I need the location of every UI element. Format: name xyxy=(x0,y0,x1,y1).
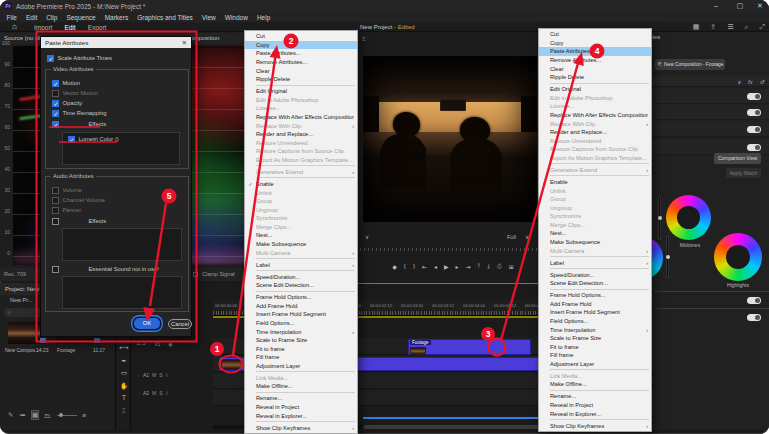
go-to-in-icon[interactable]: ⇤ xyxy=(422,263,427,270)
menu-item-generative-extend[interactable]: Generative Extend› xyxy=(539,166,651,175)
menu-item-make-subsequence[interactable]: Make Subsequence xyxy=(539,238,651,247)
panel-menu-icon[interactable]: ≡ xyxy=(362,36,366,42)
highlights-slider[interactable] xyxy=(666,236,669,278)
menu-item-field-options[interactable]: Field Options... xyxy=(539,317,651,326)
menu-item-insert-frame-hold-segment[interactable]: Insert Frame Hold Segment xyxy=(539,308,651,317)
track-header-a1[interactable]: ◌ A1 M S ⌇ xyxy=(134,372,213,378)
opacity-checkbox[interactable] xyxy=(52,100,59,107)
menu-item-scale-to-frame-size[interactable]: Scale to Frame Size xyxy=(245,336,357,345)
vector-motion-checkbox[interactable] xyxy=(52,90,59,97)
menu-item-restore-captions-from-source-clip[interactable]: Restore Captions from Source Clip xyxy=(539,145,651,154)
timeline-clip-footage-v2[interactable]: Footage xyxy=(408,339,531,355)
menu-item-speed-duration[interactable]: Speed/Duration... xyxy=(539,270,651,279)
menu-item-merge-clips[interactable]: Merge Clips... xyxy=(539,221,651,230)
effect-toggle[interactable] xyxy=(747,109,761,116)
menu-item-remove-attributes[interactable]: Remove Attributes... xyxy=(539,56,651,65)
menu-item-unlink[interactable]: Unlink xyxy=(245,188,357,197)
effect-toggle[interactable] xyxy=(747,314,761,321)
motion-checkbox[interactable] xyxy=(52,80,59,87)
menu-item-nest[interactable]: Nest... xyxy=(539,229,651,238)
essential-sound-checkbox[interactable] xyxy=(52,266,59,273)
menu-item-paste-attributes[interactable]: Paste Attributes... xyxy=(245,49,357,58)
menu-item-nest[interactable]: Nest... xyxy=(245,231,357,240)
menu-item-reveal-in-project[interactable]: Reveal in Project xyxy=(539,401,651,410)
menu-item-field-options[interactable]: Field Options... xyxy=(245,319,357,328)
panner-checkbox[interactable] xyxy=(52,207,59,214)
menu-item-add-frame-hold[interactable]: Add Frame Hold xyxy=(539,299,651,308)
export-frame-icon[interactable]: ⎙ xyxy=(497,263,502,270)
menu-item-rename[interactable]: Rename... xyxy=(539,392,651,401)
menu-item-scene-edit-detection[interactable]: Scene Edit Detection... xyxy=(245,281,357,290)
menu-item-remove-attributes[interactable]: Remove Attributes... xyxy=(245,58,357,67)
menu-item-reveal-in-explorer[interactable]: Reveal in Explorer... xyxy=(245,411,357,420)
timecode-dropdown-icon[interactable]: ∨ xyxy=(365,234,369,240)
zoom-slider[interactable] xyxy=(57,415,77,416)
effect-toggle[interactable] xyxy=(747,297,761,304)
zoom-level-select[interactable]: Full xyxy=(507,234,516,240)
play-icon[interactable]: ▶ xyxy=(444,263,449,270)
apply-match-button[interactable]: Apply Match xyxy=(726,168,761,178)
menu-item-cut[interactable]: Cut xyxy=(539,30,651,39)
project-item-name[interactable]: Footage xyxy=(57,347,75,353)
menu-sequence[interactable]: Sequence xyxy=(62,14,100,21)
menu-item-time-interpolation[interactable]: Time Interpolation› xyxy=(539,325,651,334)
menu-item-restore-unrendered[interactable]: Restore Unrendered xyxy=(245,139,357,148)
lock-icon[interactable]: ◌ xyxy=(148,341,151,347)
menu-item-group[interactable]: Group xyxy=(245,197,357,206)
effect-toggle[interactable] xyxy=(747,126,761,133)
workspace-tab-export[interactable]: Export xyxy=(82,24,113,31)
menu-item-fill-frame[interactable]: Fill frame xyxy=(245,353,357,362)
menu-item-enable[interactable]: ✓Enable xyxy=(539,178,651,187)
menu-item-unlink[interactable]: Unlink xyxy=(539,186,651,195)
menu-item-ripple-delete[interactable]: Ripple Delete xyxy=(245,75,357,84)
clamp-signal-checkbox[interactable] xyxy=(193,272,198,277)
program-monitor-tab[interactable]: New Project - Edited xyxy=(360,24,415,30)
cancel-button[interactable]: Cancel xyxy=(168,319,192,329)
menu-item-add-frame-hold[interactable]: Add Frame Hold xyxy=(245,301,357,310)
menu-item-edit-original[interactable]: Edit Original xyxy=(539,85,651,94)
workspace-tab-import[interactable]: Import xyxy=(28,24,58,31)
panel-menu-icon[interactable]: ☰ xyxy=(727,23,733,31)
add-marker-icon[interactable]: ◆ xyxy=(392,263,397,270)
solo-icon[interactable]: S xyxy=(159,372,162,378)
lock-icon[interactable]: ◌ xyxy=(137,390,140,396)
time-remapping-checkbox[interactable] xyxy=(52,110,59,117)
menu-item-frame-hold-options[interactable]: Frame Hold Options... xyxy=(245,293,357,302)
menu-item-render-and-replace[interactable]: Render and Replace... xyxy=(539,128,651,137)
extract-icon[interactable]: ⤓ xyxy=(487,263,490,270)
lumetri-color-checkbox[interactable] xyxy=(68,136,75,143)
workspace-tab-edit[interactable]: Edit xyxy=(58,24,81,31)
menu-item-restore-captions-from-source-clip[interactable]: Restore Captions from Source Clip xyxy=(245,147,357,156)
menu-edit[interactable]: Edit xyxy=(21,14,41,21)
menu-item-multi-camera[interactable]: Multi-Camera› xyxy=(245,248,357,257)
menu-item-copy[interactable]: Copy xyxy=(539,39,651,48)
composition-chip[interactable]: ⚟ New Composition - Footage xyxy=(655,59,725,70)
menu-item-enable[interactable]: ✓Enable xyxy=(245,180,357,189)
menu-item-ungroup[interactable]: Ungroup xyxy=(539,203,651,212)
dialog-title-bar[interactable]: Paste Attributes ✕ xyxy=(41,37,191,48)
menu-item-fit-to-frame[interactable]: Fit to frame xyxy=(539,342,651,351)
menu-item-show-clip-keyframes[interactable]: Show Clip Keyframes› xyxy=(539,421,651,430)
write-icon[interactable]: ✎ xyxy=(8,411,13,419)
effect-toggle[interactable] xyxy=(747,144,761,151)
audio-effects-checkbox[interactable] xyxy=(52,218,59,225)
midtones-wheel[interactable] xyxy=(666,195,711,240)
menu-file[interactable]: File xyxy=(2,14,21,21)
mic-icon[interactable]: ⌇ xyxy=(166,372,168,378)
menu-item-multi-camera[interactable]: Multi-Camera› xyxy=(539,246,651,255)
menu-window[interactable]: Window xyxy=(220,14,252,21)
home-icon[interactable]: ⌂ xyxy=(12,22,17,32)
menu-item-synchronize[interactable]: Synchronize xyxy=(245,214,357,223)
menu-item-synchronize[interactable]: Synchronize xyxy=(539,212,651,221)
workspaces-icon[interactable]: ▦ xyxy=(693,23,700,31)
clamp-signal-label[interactable]: Clamp Signal xyxy=(202,268,235,281)
minimize-button[interactable]: – xyxy=(706,0,726,12)
menu-item-paste-attributes[interactable]: Paste Attributes... xyxy=(539,47,651,56)
step-forward-icon[interactable]: ▸ xyxy=(456,263,459,270)
channel-volume-checkbox[interactable] xyxy=(52,197,59,204)
dialog-close-icon[interactable]: ✕ xyxy=(182,39,187,47)
menu-item-generative-extend[interactable]: Generative Extend› xyxy=(245,168,357,177)
type-tool-icon[interactable]: T xyxy=(117,394,131,401)
menu-item-replace-with-after-effects-composition[interactable]: Replace With After Effects Composition xyxy=(539,111,651,120)
mic-icon[interactable]: ⌇ xyxy=(166,390,168,396)
